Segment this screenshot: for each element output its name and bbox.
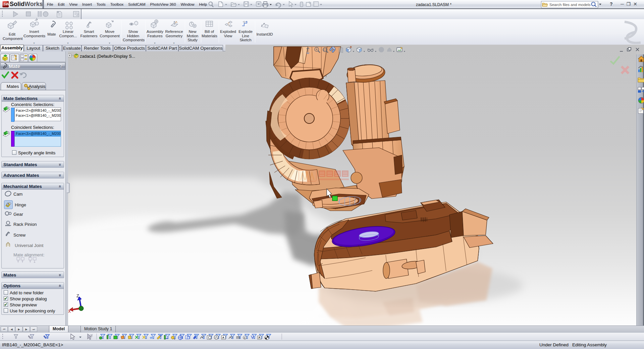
svg-text:Z: Z [76,294,79,299]
svg-text:a: a [244,336,246,339]
svg-text:X: X [68,309,71,314]
svg-text:A: A [222,336,225,339]
svg-text:A: A [258,336,261,339]
svg-text:zadaca1 (Default<Display S...: zadaca1 (Default<Display S... [80,54,135,59]
